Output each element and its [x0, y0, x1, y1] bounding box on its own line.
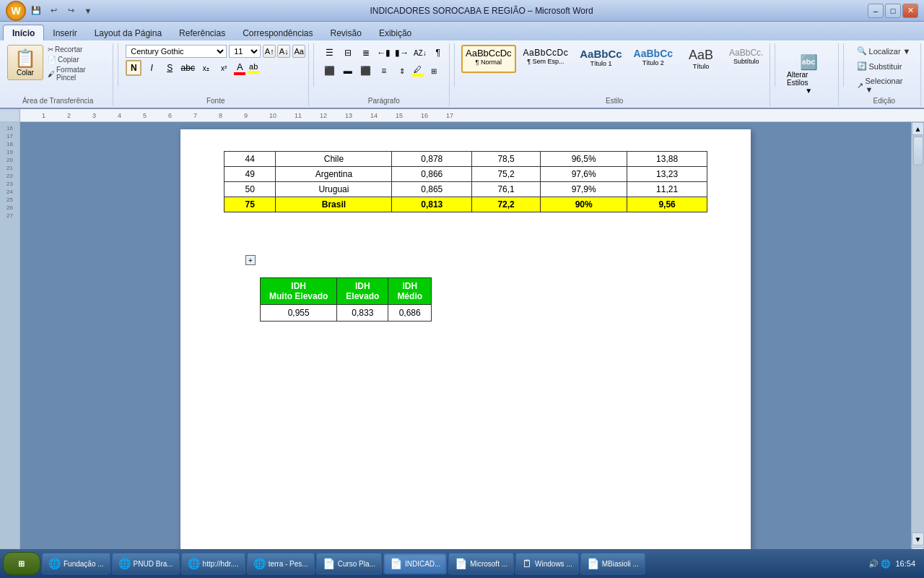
tab-exibicao[interactable]: Exibição: [370, 25, 420, 40]
style-t2-label: Título 2: [642, 59, 664, 66]
highlight-btn[interactable]: ab: [248, 62, 259, 74]
undo-btn[interactable]: ↩: [46, 4, 61, 18]
save-btn[interactable]: 💾: [29, 4, 43, 18]
sort-btn[interactable]: AZ↓: [412, 45, 428, 61]
shrink-font-btn[interactable]: A↓: [277, 45, 290, 58]
bullet-list-btn[interactable]: ☰: [322, 45, 338, 61]
idh-uruguai: 0,865: [392, 182, 472, 197]
scroll-up-btn[interactable]: ▲: [912, 122, 924, 135]
restore-btn[interactable]: □: [885, 4, 901, 18]
align-center-btn[interactable]: ▬: [340, 63, 356, 79]
scroll-thumb[interactable]: [913, 137, 923, 165]
underline-btn[interactable]: S: [162, 60, 178, 76]
style-subtitulo[interactable]: AaBbCc. Subtítulo: [725, 45, 767, 73]
redo-btn[interactable]: ↪: [64, 4, 78, 18]
align-right-btn[interactable]: ⬛: [358, 63, 374, 79]
paste-btn[interactable]: 📋 Colar: [7, 45, 43, 80]
taskbar-pnud[interactable]: 🌐 PNUD Bra...: [112, 553, 180, 574]
decrease-indent-btn[interactable]: ←▮: [376, 45, 392, 61]
tab-layout[interactable]: Layout da Página: [86, 25, 170, 40]
styles-label: Estilo: [606, 95, 623, 105]
taskbar-windows[interactable]: 🗒 Windows ...: [515, 553, 579, 574]
tab-inicio[interactable]: Início: [3, 25, 44, 40]
copy-btn[interactable]: 📄 Copiar: [45, 55, 108, 64]
alterar-estilos-btn[interactable]: 🔤 Alterar Estilos ▼: [784, 52, 834, 96]
tray-icons: 🔊 🌐: [868, 559, 891, 569]
grow-font-btn[interactable]: A↑: [263, 45, 276, 58]
start-button[interactable]: ⊞: [3, 552, 40, 575]
sep5: [843, 43, 844, 87]
select-btn[interactable]: ↗ Selecionar ▼: [853, 75, 916, 95]
border-btn[interactable]: ⊞: [426, 63, 442, 79]
subscript-btn[interactable]: x₂: [198, 60, 214, 76]
minimize-btn[interactable]: –: [868, 4, 884, 18]
pnud-icon: 🌐: [118, 558, 131, 569]
gni-argentina: 13,23: [627, 167, 707, 182]
tab-revisao[interactable]: Revisão: [322, 25, 370, 40]
taskbar-hdr[interactable]: 🌐 http://hdr....: [181, 553, 245, 574]
more-btn[interactable]: ▼: [81, 4, 95, 18]
font-family-select[interactable]: Century Gothic: [126, 45, 227, 58]
style-titulo[interactable]: AaB Título: [680, 45, 722, 73]
taskbar-terra[interactable]: 🌐 terra - Pes...: [247, 553, 315, 574]
show-marks-btn[interactable]: ¶: [430, 45, 446, 61]
right-scrollbar[interactable]: ▲ ▼ ▣: [911, 122, 924, 560]
idh-chile: 0,878: [392, 152, 472, 167]
cut-btn[interactable]: ✂ Recortar: [45, 45, 108, 54]
replace-btn[interactable]: 🔄 Substituir: [853, 60, 907, 72]
doc-scroll[interactable]: 44 Chile 0,878 78,5 96,5% 13,88 49 Argen…: [20, 122, 911, 560]
style-sem-esp[interactable]: AaBbCcDc ¶ Sem Esp...: [519, 45, 573, 73]
format-painter-btn[interactable]: 🖌 Formatar Pincel: [45, 65, 108, 82]
taskbar-indicad[interactable]: 📄 INDICAD...: [383, 553, 447, 574]
strikethrough-btn[interactable]: abc: [180, 60, 196, 76]
shading-btn[interactable]: 🖊: [412, 65, 424, 77]
table-header-row: IDHMuito Elevado IDHElevado IDHMédio: [261, 278, 432, 305]
win-label: Windows ...: [535, 560, 572, 568]
style-titulo1[interactable]: AaBbCc Título 1: [575, 45, 626, 73]
tab-referencias[interactable]: Referências: [170, 25, 234, 40]
fundacao-icon: 🌐: [48, 558, 61, 569]
close-btn[interactable]: ✕: [902, 4, 918, 18]
curso-icon: 📄: [323, 558, 335, 569]
find-btn[interactable]: 🔍 Localizar ▼: [853, 45, 915, 57]
scroll-down-btn[interactable]: ▼: [912, 532, 924, 545]
italic-btn[interactable]: I: [144, 60, 160, 76]
justify-btn[interactable]: ≡: [376, 63, 392, 79]
taskbar-mbiasioli[interactable]: 📄 MBiasioli ...: [580, 553, 645, 574]
font-content: Century Gothic 11 A↑ A↓ Aa N I S abc: [126, 45, 305, 95]
multilevel-list-btn[interactable]: ≣: [358, 45, 374, 61]
rank-brasil: 75: [225, 197, 276, 212]
tab-correspondencias[interactable]: Correspondências: [234, 25, 321, 40]
font-row1: Century Gothic 11 A↑ A↓ Aa: [126, 45, 305, 58]
style-normal-label: ¶ Normal: [476, 59, 502, 66]
superscript-btn[interactable]: x²: [216, 60, 232, 76]
gni-uruguai: 11,21: [627, 182, 707, 197]
alterar-icon: 🔤: [800, 53, 818, 71]
increase-indent-btn[interactable]: ▮→: [394, 45, 410, 61]
styles-content: AaBbCcDc ¶ Normal AaBbCcDc ¶ Sem Esp... …: [461, 45, 767, 95]
table-spacer: [224, 227, 707, 256]
table-row: 44 Chile 0,878 78,5 96,5% 13,88: [225, 152, 707, 167]
taskbar-curso[interactable]: 📄 Curso Pla...: [316, 553, 382, 574]
scroll-track[interactable]: [912, 135, 924, 532]
literacy-brasil: 90%: [541, 197, 627, 212]
font-size-select[interactable]: 11: [229, 45, 261, 58]
style-titulo2[interactable]: AaBbCc Título 2: [629, 45, 677, 73]
numbered-list-btn[interactable]: ⊟: [340, 45, 356, 61]
table-move-handle[interactable]: +: [245, 255, 256, 265]
style-normal-preview: AaBbCcDc: [466, 48, 512, 59]
align-left-btn[interactable]: ⬛: [322, 63, 338, 79]
val-medio: 0,686: [388, 305, 432, 322]
style-sub-label: Subtítulo: [733, 58, 759, 65]
line-spacing-btn[interactable]: ⇕: [394, 63, 410, 79]
style-normal[interactable]: AaBbCcDc ¶ Normal: [461, 45, 516, 73]
tab-inserir[interactable]: Inserir: [44, 25, 85, 40]
table-row: 50 Uruguai 0,865 76,1 97,9% 11,21: [225, 182, 707, 197]
bold-btn[interactable]: N: [126, 60, 141, 76]
taskbar-fundacao[interactable]: 🌐 Fundação ...: [42, 553, 110, 574]
clear-format-btn[interactable]: Aa: [292, 45, 305, 58]
font-row2: N I S abc x₂ x² A ab: [126, 60, 305, 76]
hdr-label: http://hdr....: [203, 560, 239, 568]
taskbar-microsoft[interactable]: 📄 Microsoft ...: [448, 553, 514, 574]
text-color-btn[interactable]: A: [234, 61, 245, 75]
